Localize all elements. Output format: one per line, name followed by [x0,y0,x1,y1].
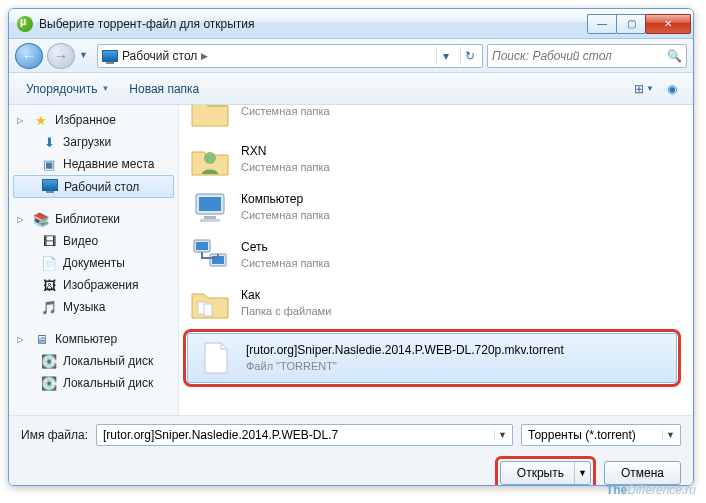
user-icon [189,139,231,179]
file-open-dialog: Выберите торрент-файл для открытия — ▢ ✕… [8,8,694,486]
sidebar-item-music[interactable]: 🎵Музыка [9,296,178,318]
selection-highlight: [rutor.org]Sniper.Nasledie.2014.P.WEB-DL… [183,329,681,387]
list-item[interactable]: RXNСистемная папка [183,135,681,183]
item-name: Сеть [241,240,330,256]
svg-rect-10 [204,304,212,316]
search-box[interactable]: 🔍 [487,44,687,68]
titlebar[interactable]: Выберите торрент-файл для открытия — ▢ ✕ [9,9,693,39]
search-icon: 🔍 [667,49,682,63]
open-button[interactable]: Открыть▼ [500,461,591,485]
chevron-down-icon: ▼ [574,462,590,484]
list-item[interactable]: КакПапка с файлами [183,279,681,327]
open-highlight: Открыть▼ [495,456,596,486]
filename-combo[interactable]: [rutor.org]Sniper.Nasledie.2014.P.WEB-DL… [96,424,513,446]
svg-point-0 [204,152,216,164]
history-dropdown[interactable]: ▼ [79,50,93,62]
item-name: RXN [241,144,330,160]
view-button[interactable]: ⊞▼ [631,78,657,100]
filetype-combo[interactable]: Торренты (*.torrent)▼ [521,424,681,446]
list-item[interactable]: КомпьютерСистемная папка [183,183,681,231]
refresh-button[interactable]: ↻ [460,47,478,65]
libraries-header[interactable]: ▷📚Библиотеки [9,208,178,230]
sidebar-item-desktop[interactable]: Рабочий стол [13,175,174,198]
sidebar-item-video[interactable]: 🎞Видео [9,230,178,252]
chevron-down-icon: ▼ [662,430,678,440]
list-item[interactable]: СетьСистемная папка [183,231,681,279]
file-icon [194,338,236,378]
breadcrumb-location[interactable]: Рабочий стол [122,49,197,63]
sidebar-item-disk-0[interactable]: 💽Локальный диск [9,350,178,372]
list-item-selected[interactable]: [rutor.org]Sniper.Nasledie.2014.P.WEB-DL… [187,333,677,383]
back-button[interactable]: ← [15,43,43,69]
close-button[interactable]: ✕ [645,14,691,34]
folder-icon [189,283,231,323]
search-input[interactable] [492,49,663,63]
sidebar-item-disk-1[interactable]: 💽Локальный диск [9,372,178,394]
maximize-button[interactable]: ▢ [616,14,646,34]
favorites-header[interactable]: ▷★Избранное [9,109,178,131]
utorrent-icon [17,16,33,32]
chevron-right-icon[interactable]: ▶ [201,51,208,61]
svg-rect-3 [204,216,216,219]
file-list[interactable]: Системная папка RXNСистемная папка Компь… [179,105,693,415]
svg-rect-6 [196,242,208,250]
item-type: Файл "TORRENT" [246,359,564,373]
nav-pane: ▷★Избранное ⬇Загрузки ▣Недавние места Ра… [9,105,179,415]
new-folder-button[interactable]: Новая папка [120,77,208,101]
forward-button[interactable]: → [47,43,75,69]
item-type: Системная папка [241,208,330,222]
address-dropdown[interactable]: ▾ [436,47,454,65]
minimize-button[interactable]: — [587,14,617,34]
svg-rect-2 [199,197,221,211]
watermark: TheDifference.ru [606,481,696,497]
computer-icon [189,187,231,227]
window-title: Выберите торрент-файл для открытия [39,17,588,31]
toolbar: Упорядочить▼ Новая папка ⊞▼ ◉ [9,73,693,105]
sidebar-item-downloads[interactable]: ⬇Загрузки [9,131,178,153]
help-button[interactable]: ◉ [659,78,685,100]
item-type: Системная папка [241,105,330,118]
item-name: Компьютер [241,192,330,208]
network-icon [189,235,231,275]
item-name: Как [241,288,331,304]
item-type: Папка с файлами [241,304,331,318]
nav-bar: ← → ▼ Рабочий стол ▶ ▾ ↻ 🔍 [9,39,693,73]
sidebar-item-documents[interactable]: 📄Документы [9,252,178,274]
computer-header[interactable]: ▷🖥Компьютер [9,328,178,350]
item-type: Системная папка [241,160,330,174]
item-type: Системная папка [241,256,330,270]
folder-icon [189,105,231,131]
sidebar-item-recent[interactable]: ▣Недавние места [9,153,178,175]
desktop-icon [102,50,118,62]
filename-label: Имя файла: [21,428,88,442]
organize-button[interactable]: Упорядочить▼ [17,77,118,101]
item-name: [rutor.org]Sniper.Nasledie.2014.P.WEB-DL… [246,343,564,359]
sidebar-item-pictures[interactable]: 🖼Изображения [9,274,178,296]
svg-rect-4 [200,219,220,222]
address-bar[interactable]: Рабочий стол ▶ ▾ ↻ [97,44,483,68]
chevron-down-icon: ▼ [494,430,510,440]
list-item[interactable]: Системная папка [183,105,681,135]
dialog-footer: Имя файла: [rutor.org]Sniper.Nasledie.20… [9,415,693,486]
